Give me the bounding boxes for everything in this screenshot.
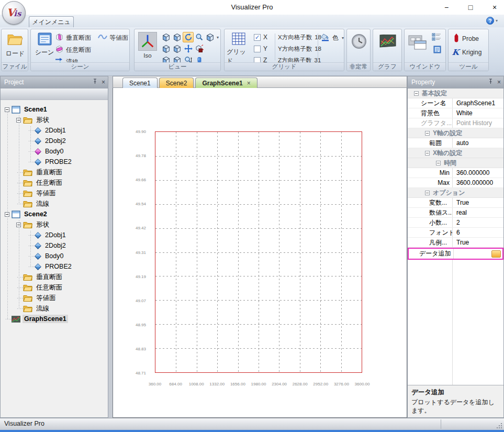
property-value[interactable]: Point History: [456, 119, 492, 127]
tab-main-menu[interactable]: メインメニュー: [29, 16, 74, 27]
tree-item-label[interactable]: Scene2: [23, 210, 49, 218]
property-value[interactable]: real: [456, 209, 467, 216]
document-tab-Scene1[interactable]: Scene1: [122, 77, 158, 88]
window-list-button[interactable]: [432, 32, 441, 43]
grid-button[interactable]: グリッド: [227, 32, 251, 65]
property-value[interactable]: GraphScene1: [456, 99, 495, 107]
document-tab-GraphScene1[interactable]: GraphScene1×: [195, 77, 257, 88]
view-tool-cube-button[interactable]: [172, 32, 183, 42]
tree-item-任意断面[interactable]: 任意断面: [1, 282, 108, 293]
property-value[interactable]: 2: [456, 219, 460, 226]
property-value[interactable]: 6: [456, 229, 460, 236]
checkbox-unchecked-icon[interactable]: [254, 46, 261, 52]
section-collapse-icon[interactable]: [436, 161, 441, 165]
section-collapse-icon[interactable]: [425, 151, 430, 156]
property-section-X軸の設定[interactable]: X軸の設定: [408, 148, 503, 158]
tree-item-label[interactable]: Body0: [43, 252, 65, 260]
kriging-button[interactable]: K Kriging: [452, 46, 481, 59]
tree-item-label[interactable]: PROBE2: [43, 158, 73, 166]
view-tool-rotate-button[interactable]: [183, 32, 194, 42]
property-value[interactable]: auto: [456, 139, 468, 147]
close-button[interactable]: ×: [489, 3, 500, 12]
tree-item-label[interactable]: Scene1: [23, 105, 49, 114]
graph-button[interactable]: [379, 35, 396, 49]
tree-item-流線[interactable]: 流線: [1, 198, 108, 209]
tree-item-流線[interactable]: 流線: [1, 303, 108, 314]
tree-item-label[interactable]: 任意断面: [35, 178, 64, 188]
tree-item-等値面[interactable]: 等値面: [1, 293, 108, 303]
pin-icon[interactable]: [93, 79, 97, 86]
add-data-button[interactable]: [491, 250, 501, 258]
tree-item-label[interactable]: Body0: [43, 147, 65, 156]
section-collapse-icon[interactable]: [425, 191, 430, 195]
probe-button[interactable]: Probe: [454, 32, 479, 45]
window-layout-button[interactable]: [408, 35, 429, 53]
unsteady-button[interactable]: [351, 34, 367, 51]
view-tool-cube-button[interactable]: [161, 32, 172, 42]
resize-grip-icon[interactable]: [496, 423, 502, 429]
color-button[interactable]: 色 ▾: [321, 32, 344, 43]
app-logo-icon[interactable]: Vis: [2, 1, 26, 25]
grid-axis-checkbox-X[interactable]: ✓X: [254, 31, 267, 43]
tree-item-label[interactable]: 流線: [35, 304, 51, 314]
tree-item-label[interactable]: 任意断面: [35, 283, 64, 293]
view-dropdown-caret[interactable]: ▾: [217, 35, 219, 40]
tree-item-Scene2[interactable]: Scene2: [1, 209, 108, 219]
property-section-基本設定[interactable]: 基本設定: [408, 88, 503, 98]
pin-icon[interactable]: [488, 79, 493, 86]
tree-expander-icon[interactable]: [5, 107, 9, 112]
view-tool-cube-button[interactable]: [172, 43, 183, 54]
tree-item-label[interactable]: 流線: [35, 199, 51, 209]
tree-item-label[interactable]: 形状: [35, 220, 51, 230]
property-value[interactable]: White: [456, 109, 473, 117]
window-document-button[interactable]: [433, 45, 441, 56]
graph-canvas[interactable]: 49.9049.7849.6649.5449.4249.3149.1949.07…: [113, 88, 407, 418]
tree-item-label[interactable]: 形状: [35, 115, 51, 125]
tree-item-垂直断面[interactable]: 垂直断面: [1, 272, 108, 282]
property-section-Y軸の設定[interactable]: Y軸の設定: [408, 128, 503, 138]
tree-item-垂直断面[interactable]: 垂直断面: [1, 167, 108, 178]
tree-item-label[interactable]: 2Dobj1: [43, 126, 68, 135]
panel-splitter[interactable]: [108, 76, 113, 418]
tab-close-icon[interactable]: ×: [247, 80, 251, 87]
section-collapse-icon[interactable]: [425, 131, 430, 136]
grid-axis-checkbox-Y[interactable]: Y: [254, 43, 267, 54]
view-tool-cube-drop-button[interactable]: [205, 32, 216, 42]
view-tool-zoom-button[interactable]: [194, 32, 205, 42]
checkbox-checked-icon[interactable]: ✓: [254, 34, 261, 41]
iso-view-button[interactable]: Iso: [137, 32, 158, 62]
property-value[interactable]: True: [456, 199, 469, 206]
property-value[interactable]: 360.000000: [456, 169, 489, 176]
section-collapse-icon[interactable]: [414, 91, 419, 96]
tree-item-2Dobj2[interactable]: 2Dobj2: [1, 240, 108, 251]
tree-item-Body0[interactable]: Body0: [1, 251, 108, 261]
panel-close-icon[interactable]: ×: [102, 79, 105, 86]
tree-item-label[interactable]: 2Dobj2: [43, 241, 68, 250]
tree-item-label[interactable]: 等値面: [35, 293, 58, 303]
tree-item-Scene1[interactable]: Scene1: [1, 104, 108, 115]
vertical-section-button[interactable]: 垂直断面: [55, 32, 91, 43]
tree-item-GraphScene1[interactable]: GraphScene1: [1, 314, 108, 324]
tree-item-2Dobj1[interactable]: 2Dobj1: [1, 230, 108, 240]
tree-item-label[interactable]: 垂直断面: [35, 168, 64, 178]
tree-item-Body0[interactable]: Body0: [1, 146, 108, 157]
view-tool-move-button[interactable]: [183, 43, 194, 54]
property-section-オプション[interactable]: オプション: [408, 188, 503, 198]
tree-item-2Dobj1[interactable]: 2Dobj1: [1, 125, 108, 136]
scene-button[interactable]: シーン: [33, 32, 56, 57]
tree-item-形状[interactable]: 形状: [1, 219, 108, 230]
color-dropdown-caret[interactable]: ▾: [342, 36, 344, 40]
property-value[interactable]: 3600.000000: [456, 179, 493, 186]
arbitrary-section-button[interactable]: 任意断面: [55, 45, 91, 55]
tree-item-label[interactable]: 等値面: [35, 189, 58, 198]
view-tool-cube-add-button[interactable]: [194, 43, 205, 54]
tree-item-PROBE2[interactable]: PROBE2: [1, 261, 108, 272]
minimize-button[interactable]: −: [441, 3, 452, 12]
help-icon[interactable]: ?: [486, 17, 494, 25]
tree-item-形状[interactable]: 形状: [1, 115, 108, 125]
tree-item-label[interactable]: GraphScene1: [23, 315, 68, 323]
tree-item-等値面[interactable]: 等値面: [1, 188, 108, 198]
tree-item-2Dobj2[interactable]: 2Dobj2: [1, 136, 108, 146]
document-tab-Scene2[interactable]: Scene2: [159, 77, 194, 88]
tree-item-label[interactable]: 2Dobj1: [43, 231, 68, 239]
